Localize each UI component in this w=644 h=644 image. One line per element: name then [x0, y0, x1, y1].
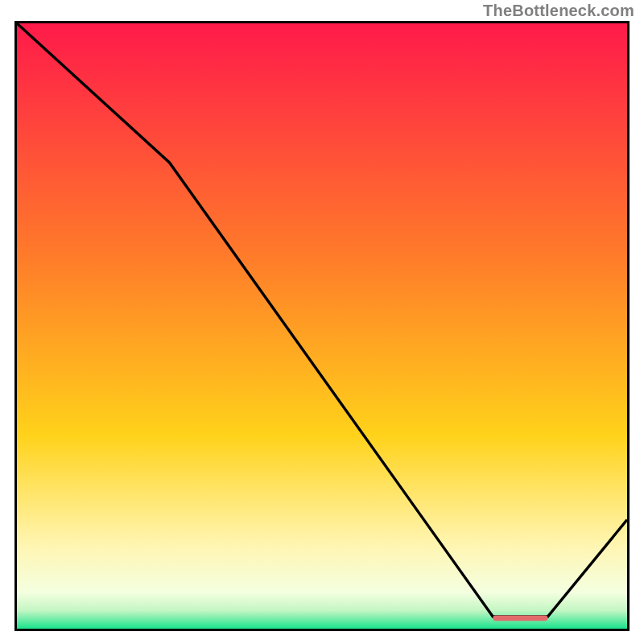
optimum-marker	[17, 23, 627, 629]
svg-rect-1	[493, 615, 547, 621]
attribution-label: TheBottleneck.com	[483, 2, 634, 20]
plot-area	[14, 21, 630, 631]
chart-container: TheBottleneck.com	[0, 0, 644, 644]
